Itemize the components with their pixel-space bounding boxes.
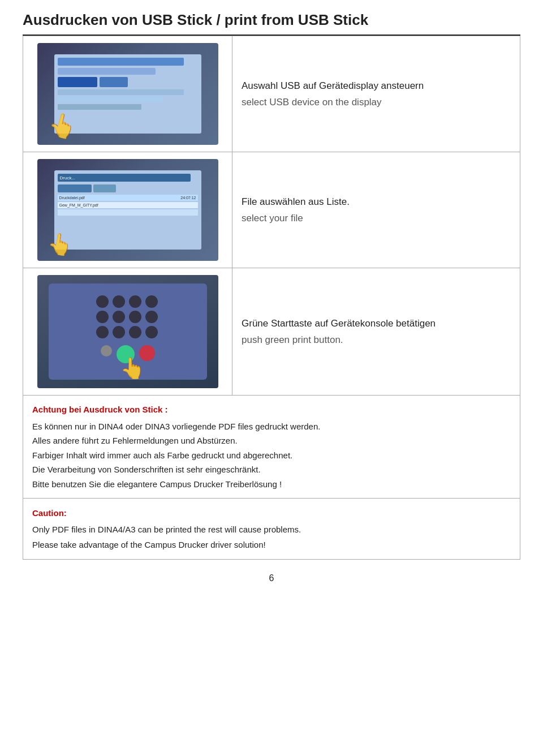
text-cell-1: Auswahl USB auf Gerätedisplay ansteuern … — [232, 36, 520, 152]
hand-icon-3: 👆 — [120, 356, 145, 380]
warning-text-line-1: Es können nur in DINA4 oder DINA3 vorlie… — [32, 419, 511, 434]
caution-cell: Caution: Only PDF files in DINA4/A3 can … — [23, 499, 520, 560]
warning-row: Achtung bei Ausdruck von Stick : Es könn… — [23, 396, 520, 499]
instruction-de-3: Grüne Starttaste auf Gerätekonsole betät… — [242, 316, 511, 331]
image-file-select: Druck... Druckdatei.pdf 24:07:12 Gew_FM_… — [37, 159, 218, 261]
warning-text-line-5: Bitte benutzen Sie die elegantere Campus… — [32, 477, 511, 492]
text-cell-3: Grüne Starttaste auf Gerätekonsole betät… — [232, 268, 520, 396]
instruction-row-2: Druck... Druckdatei.pdf 24:07:12 Gew_FM_… — [23, 152, 520, 268]
instruction-en-2: select your file — [242, 211, 511, 226]
caution-label: Caution: — [32, 505, 511, 521]
warning-text-line-2: Alles andere führt zu Fehlermeldungen un… — [32, 433, 511, 448]
instruction-row-1: 👆 Auswahl USB auf Gerätedisplay ansteuer… — [23, 36, 520, 152]
text-cell-2: File auswählen aus Liste. select your fi… — [232, 152, 520, 268]
warning-cell: Achtung bei Ausdruck von Stick : Es könn… — [23, 396, 520, 499]
image-cell-1: 👆 — [23, 36, 232, 152]
instruction-de-2: File auswählen aus Liste. — [242, 195, 511, 209]
image-cell-2: Druck... Druckdatei.pdf 24:07:12 Gew_FM_… — [23, 152, 232, 268]
caution-line-2: Please take advantage of the Campus Druc… — [32, 537, 511, 552]
caution-line-1: Only PDF files in DINA4/A3 can be printe… — [32, 522, 511, 537]
hand-icon-2: 👆 — [45, 230, 75, 258]
warning-text-line-4: Die Verarbeitung von Sonderschriften ist… — [32, 462, 511, 477]
image-cell-3: 👆 — [23, 268, 232, 396]
instruction-de-1: Auswahl USB auf Gerätedisplay ansteuern — [242, 79, 511, 93]
page-number: 6 — [23, 573, 520, 583]
instruction-en-3: push green print button. — [242, 333, 511, 347]
caution-row: Caution: Only PDF files in DINA4/A3 can … — [23, 499, 520, 560]
page-title: Ausdrucken von USB Stick / print from US… — [23, 11, 520, 36]
image-green-button: 👆 — [37, 275, 218, 388]
instruction-en-1: select USB device on the display — [242, 95, 511, 110]
warning-title-de: Achtung bei Ausdruck von Stick : — [32, 402, 511, 417]
instruction-row-3: 👆 Grüne Starttaste auf Gerätekonsole bet… — [23, 268, 520, 396]
image-usb-select: 👆 — [37, 43, 218, 145]
warning-text-line-3: Farbiger Inhalt wird immer auch als Farb… — [32, 448, 511, 463]
